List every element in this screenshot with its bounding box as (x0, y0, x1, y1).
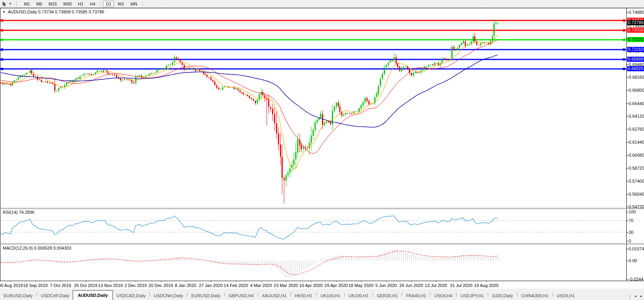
toolbar-separator (142, 1, 143, 7)
rsi-indicator-label: RSI(14) 74.2896 (3, 210, 35, 215)
timeframe-button-D1[interactable]: D1 (103, 1, 114, 7)
tab-eurusd-daily[interactable]: EURUSD,Daily (188, 292, 224, 300)
timeframe-button-M1[interactable]: M1 (21, 1, 33, 7)
crosshair-tool-button[interactable]: ▼ (1, 1, 13, 7)
tab-scroll-arrows: |◂▸ (627, 292, 644, 300)
tab-audusd-daily[interactable]: AUDUSD,Daily (73, 290, 113, 300)
current-price-badge: 0.73786 (627, 20, 644, 25)
chart-title-text: AUDUSD,Daily 0.73734 0.73808 0.73585 0.7… (8, 9, 104, 14)
chart-tabs-bar: EURUSD,Daily|USDCHF,DailyAUDUSD,DailyUSD… (0, 289, 644, 300)
price-axis-tick: 0.54720 (629, 204, 644, 209)
tab-xauusd-h1[interactable]: XAUUSD,H1 (258, 292, 290, 300)
price-level-badge: 0.71010 (627, 47, 644, 52)
tab-usoil-h1[interactable]: USOil,H1 (553, 292, 578, 300)
tab-usoil-h4[interactable]: USOil,H4 (431, 292, 456, 300)
tab-usdcnh-daily[interactable]: USDCNH,Daily (150, 292, 187, 300)
tab-gbpusd-h4[interactable]: GBPUSD,H4 (225, 292, 257, 300)
rsi-axis-tick: 100 (629, 209, 636, 214)
tab-scroll-left-icon[interactable]: ◂ (633, 294, 638, 298)
price-axis-tick: 0.57400 (629, 179, 644, 183)
price-level-badge: 0.73033 (627, 28, 644, 33)
macd-axis-tick: -0.024412 (629, 277, 644, 281)
price-axis-tick: 0.68160 (629, 75, 644, 80)
timeframe-button-H4[interactable]: H4 (87, 1, 98, 7)
timeframe-button-W1[interactable]: W1 (115, 1, 127, 7)
timeframe-buttons: M1M5M15M30H1H4D1W1MN (21, 1, 145, 7)
rsi-axis-tick: 0 (629, 239, 631, 243)
tab-scroll-right-icon[interactable]: ▸ (638, 294, 644, 298)
macd-indicator-label: MACD(12,26,9) 0.006528 0.004303 (3, 246, 71, 250)
mt4-window: ▼ M1M5M15M30H1H4D1W1MN ▼AUDUSD,Daily 0.7… (0, 0, 644, 300)
price-axis-tick: 0.74880 (629, 10, 644, 15)
price-axis-tick: 0.65440 (629, 101, 644, 106)
tab-uk100-h1[interactable]: UK100,H1 (317, 292, 344, 300)
tab-hk50-h1[interactable]: HK50,H1 (291, 292, 316, 300)
timeframe-button-H1[interactable]: H1 (75, 1, 86, 7)
tab-separator: | (627, 294, 633, 298)
timeframe-button-M30[interactable]: M30 (61, 1, 74, 7)
tab-uk100-h1[interactable]: UK100,H1 (345, 292, 372, 300)
price-level-badge: 0.72022 (627, 37, 644, 42)
price-axis-tick: 0.64120 (629, 114, 644, 119)
chevron-down-icon: ▼ (9, 2, 12, 6)
cursor-icon (2, 1, 7, 7)
timeframe-button-MN[interactable]: MN (128, 1, 140, 7)
price-level-badge: 0.69999 (627, 57, 644, 62)
timeframes-toolbar: ▼ M1M5M15M30H1H4D1W1MN (0, 0, 644, 8)
macd-axis-tick: 0.015741 (629, 246, 644, 251)
price-axis-tick: 0.60080 (629, 153, 644, 157)
chart-title: ▼AUDUSD,Daily 0.73734 0.73808 0.73585 0.… (2, 9, 104, 14)
price-axis-tick: 0.66800 (629, 88, 644, 93)
price-level-badge: 0.69025 (627, 66, 644, 71)
price-axis-tick: 0.61440 (629, 140, 644, 144)
toolbar-separator (100, 1, 101, 7)
macd-axis-tick: 0.00 (629, 258, 637, 263)
price-axis-tick: 0.56040 (629, 192, 644, 196)
tab-usdcad-daily[interactable]: USDCAD,Daily (113, 292, 149, 300)
rsi-axis-tick: 30 (629, 230, 633, 235)
tab-dj30-daily[interactable]: DJ30,Daily (488, 292, 516, 300)
toolbar-grip[interactable] (16, 1, 18, 6)
rsi-axis-tick: 70 (629, 218, 633, 223)
timeframe-button-M15[interactable]: M15 (46, 1, 59, 7)
tab-china300-h1[interactable]: CHINA300,H1 (517, 292, 552, 300)
timeframe-button-M5[interactable]: M5 (33, 1, 45, 7)
price-axis-tick: 0.58720 (629, 166, 644, 170)
tab-usdchf-daily[interactable]: USDCHF,Daily (37, 292, 73, 300)
tab-fra40-h1[interactable]: FRA40,H1 (403, 292, 430, 300)
chart-canvas[interactable] (0, 0, 644, 282)
time-axis-label: 19 Aug 2020 (470, 283, 503, 288)
tab-eurusd-daily[interactable]: EURUSD,Daily (0, 292, 36, 300)
tab-ger30-h1[interactable]: GER30,H1 (373, 292, 401, 300)
tab-usdjpy-h1[interactable]: USDJPY,H1 (457, 292, 487, 300)
price-axis-tick: 0.62760 (629, 127, 644, 131)
chart-dropdown-icon[interactable]: ▼ (2, 10, 6, 14)
